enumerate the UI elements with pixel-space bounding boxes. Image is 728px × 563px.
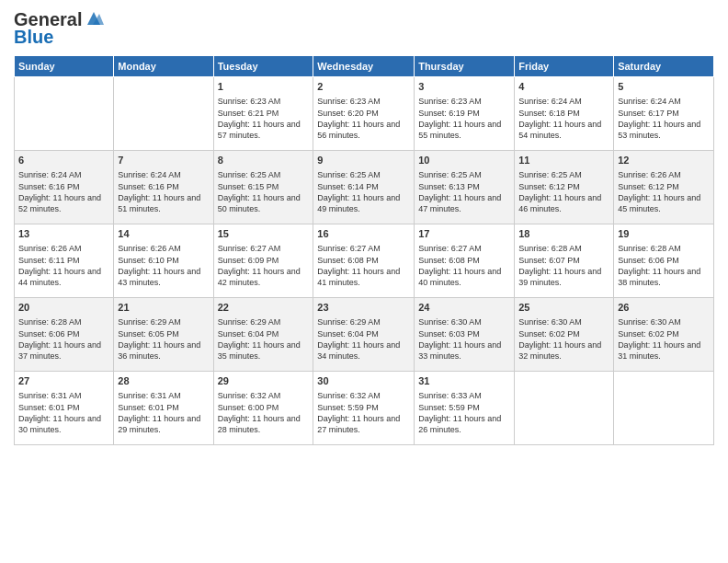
- day-info: Sunrise: 6:23 AM Sunset: 6:20 PM Dayligh…: [317, 96, 410, 141]
- calendar-cell: 11Sunrise: 6:25 AM Sunset: 6:12 PM Dayli…: [515, 151, 614, 224]
- weekday-header: Sunday: [15, 56, 114, 77]
- calendar-cell: 16Sunrise: 6:27 AM Sunset: 6:08 PM Dayli…: [313, 224, 415, 298]
- calendar-week-row: 6Sunrise: 6:24 AM Sunset: 6:16 PM Daylig…: [15, 151, 714, 224]
- calendar-cell: [114, 77, 213, 151]
- calendar-cell: 27Sunrise: 6:31 AM Sunset: 6:01 PM Dayli…: [15, 372, 114, 445]
- day-info: Sunrise: 6:32 AM Sunset: 6:00 PM Dayligh…: [218, 390, 310, 435]
- calendar-cell: [614, 372, 714, 445]
- day-number: 4: [518, 80, 609, 94]
- day-info: Sunrise: 6:27 AM Sunset: 6:09 PM Dayligh…: [218, 243, 310, 288]
- weekday-header: Friday: [515, 56, 614, 77]
- page: General Blue SundayMondayTuesdayWednesda…: [0, 0, 728, 563]
- day-info: Sunrise: 6:23 AM Sunset: 6:19 PM Dayligh…: [418, 96, 510, 141]
- calendar-cell: 4Sunrise: 6:24 AM Sunset: 6:18 PM Daylig…: [515, 77, 614, 151]
- day-number: 27: [18, 374, 109, 388]
- day-number: 21: [118, 301, 209, 315]
- day-number: 1: [218, 80, 310, 94]
- day-info: Sunrise: 6:26 AM Sunset: 6:12 PM Dayligh…: [618, 169, 710, 214]
- day-info: Sunrise: 6:25 AM Sunset: 6:12 PM Dayligh…: [518, 169, 609, 214]
- day-number: 3: [418, 80, 510, 94]
- calendar-cell: 10Sunrise: 6:25 AM Sunset: 6:13 PM Dayli…: [415, 151, 515, 224]
- day-number: 30: [317, 374, 410, 388]
- day-info: Sunrise: 6:24 AM Sunset: 6:16 PM Dayligh…: [18, 169, 109, 214]
- day-number: 31: [418, 374, 510, 388]
- day-info: Sunrise: 6:27 AM Sunset: 6:08 PM Dayligh…: [418, 243, 510, 288]
- calendar-cell: 21Sunrise: 6:29 AM Sunset: 6:05 PM Dayli…: [114, 298, 213, 372]
- calendar-cell: 13Sunrise: 6:26 AM Sunset: 6:11 PM Dayli…: [15, 224, 114, 298]
- weekday-header: Wednesday: [313, 56, 415, 77]
- day-number: 9: [317, 154, 410, 167]
- day-info: Sunrise: 6:29 AM Sunset: 6:04 PM Dayligh…: [317, 316, 410, 362]
- day-info: Sunrise: 6:30 AM Sunset: 6:03 PM Dayligh…: [418, 316, 510, 362]
- calendar-cell: 8Sunrise: 6:25 AM Sunset: 6:15 PM Daylig…: [213, 151, 313, 224]
- calendar-cell: 7Sunrise: 6:24 AM Sunset: 6:16 PM Daylig…: [114, 151, 213, 224]
- day-info: Sunrise: 6:31 AM Sunset: 6:01 PM Dayligh…: [118, 390, 209, 435]
- day-number: 17: [418, 227, 510, 241]
- day-number: 2: [317, 80, 410, 94]
- logo: General Blue: [14, 9, 104, 48]
- day-info: Sunrise: 6:30 AM Sunset: 6:02 PM Dayligh…: [518, 316, 609, 362]
- day-number: 24: [418, 301, 510, 315]
- day-number: 23: [317, 301, 410, 315]
- day-info: Sunrise: 6:25 AM Sunset: 6:15 PM Dayligh…: [218, 169, 310, 214]
- day-info: Sunrise: 6:28 AM Sunset: 6:06 PM Dayligh…: [618, 243, 710, 288]
- day-info: Sunrise: 6:32 AM Sunset: 5:59 PM Dayligh…: [317, 390, 410, 435]
- day-number: 29: [218, 374, 310, 388]
- day-number: 10: [418, 154, 510, 167]
- day-number: 6: [18, 154, 109, 167]
- calendar-cell: 3Sunrise: 6:23 AM Sunset: 6:19 PM Daylig…: [415, 77, 515, 151]
- day-info: Sunrise: 6:24 AM Sunset: 6:17 PM Dayligh…: [618, 96, 710, 141]
- day-info: Sunrise: 6:28 AM Sunset: 6:07 PM Dayligh…: [518, 243, 609, 288]
- day-number: 20: [18, 301, 109, 315]
- calendar-week-row: 27Sunrise: 6:31 AM Sunset: 6:01 PM Dayli…: [15, 372, 714, 445]
- day-info: Sunrise: 6:27 AM Sunset: 6:08 PM Dayligh…: [317, 243, 410, 288]
- calendar-cell: 23Sunrise: 6:29 AM Sunset: 6:04 PM Dayli…: [313, 298, 415, 372]
- calendar-week-row: 1Sunrise: 6:23 AM Sunset: 6:21 PM Daylig…: [15, 77, 714, 151]
- calendar-cell: 20Sunrise: 6:28 AM Sunset: 6:06 PM Dayli…: [15, 298, 114, 372]
- day-info: Sunrise: 6:33 AM Sunset: 5:59 PM Dayligh…: [418, 390, 510, 435]
- calendar-cell: 18Sunrise: 6:28 AM Sunset: 6:07 PM Dayli…: [515, 224, 614, 298]
- day-number: 11: [518, 154, 609, 167]
- day-info: Sunrise: 6:30 AM Sunset: 6:02 PM Dayligh…: [618, 316, 710, 362]
- calendar-cell: 19Sunrise: 6:28 AM Sunset: 6:06 PM Dayli…: [614, 224, 714, 298]
- day-number: 14: [118, 227, 209, 241]
- calendar-cell: 22Sunrise: 6:29 AM Sunset: 6:04 PM Dayli…: [213, 298, 313, 372]
- weekday-header: Monday: [114, 56, 213, 77]
- day-number: 15: [218, 227, 310, 241]
- day-info: Sunrise: 6:29 AM Sunset: 6:05 PM Dayligh…: [118, 316, 209, 362]
- calendar-cell: 5Sunrise: 6:24 AM Sunset: 6:17 PM Daylig…: [614, 77, 714, 151]
- calendar-cell: 12Sunrise: 6:26 AM Sunset: 6:12 PM Dayli…: [614, 151, 714, 224]
- calendar-cell: 28Sunrise: 6:31 AM Sunset: 6:01 PM Dayli…: [114, 372, 213, 445]
- weekday-header: Thursday: [415, 56, 515, 77]
- calendar-cell: 1Sunrise: 6:23 AM Sunset: 6:21 PM Daylig…: [213, 77, 313, 151]
- day-info: Sunrise: 6:24 AM Sunset: 6:18 PM Dayligh…: [518, 96, 609, 141]
- calendar-table: SundayMondayTuesdayWednesdayThursdayFrid…: [14, 55, 714, 445]
- calendar-cell: 26Sunrise: 6:30 AM Sunset: 6:02 PM Dayli…: [614, 298, 714, 372]
- day-info: Sunrise: 6:25 AM Sunset: 6:14 PM Dayligh…: [317, 169, 410, 214]
- day-info: Sunrise: 6:23 AM Sunset: 6:21 PM Dayligh…: [218, 96, 310, 141]
- day-number: 8: [218, 154, 310, 167]
- calendar-cell: [515, 372, 614, 445]
- day-number: 26: [618, 301, 710, 315]
- day-number: 25: [518, 301, 609, 315]
- day-number: 5: [618, 80, 710, 94]
- header: General Blue: [14, 9, 714, 48]
- calendar-cell: 6Sunrise: 6:24 AM Sunset: 6:16 PM Daylig…: [15, 151, 114, 224]
- day-number: 22: [218, 301, 310, 315]
- calendar-cell: 25Sunrise: 6:30 AM Sunset: 6:02 PM Dayli…: [515, 298, 614, 372]
- calendar-week-row: 13Sunrise: 6:26 AM Sunset: 6:11 PM Dayli…: [15, 224, 714, 298]
- calendar-cell: 29Sunrise: 6:32 AM Sunset: 6:00 PM Dayli…: [213, 372, 313, 445]
- day-info: Sunrise: 6:26 AM Sunset: 6:10 PM Dayligh…: [118, 243, 209, 288]
- day-number: 19: [618, 227, 710, 241]
- calendar-cell: 2Sunrise: 6:23 AM Sunset: 6:20 PM Daylig…: [313, 77, 415, 151]
- calendar-header-row: SundayMondayTuesdayWednesdayThursdayFrid…: [15, 56, 714, 77]
- calendar-cell: 24Sunrise: 6:30 AM Sunset: 6:03 PM Dayli…: [415, 298, 515, 372]
- calendar-week-row: 20Sunrise: 6:28 AM Sunset: 6:06 PM Dayli…: [15, 298, 714, 372]
- day-number: 12: [618, 154, 710, 167]
- logo-icon: [84, 8, 104, 29]
- day-info: Sunrise: 6:26 AM Sunset: 6:11 PM Dayligh…: [18, 243, 109, 288]
- calendar-cell: 9Sunrise: 6:25 AM Sunset: 6:14 PM Daylig…: [313, 151, 415, 224]
- calendar-cell: 30Sunrise: 6:32 AM Sunset: 5:59 PM Dayli…: [313, 372, 415, 445]
- calendar-cell: 31Sunrise: 6:33 AM Sunset: 5:59 PM Dayli…: [415, 372, 515, 445]
- weekday-header: Tuesday: [213, 56, 313, 77]
